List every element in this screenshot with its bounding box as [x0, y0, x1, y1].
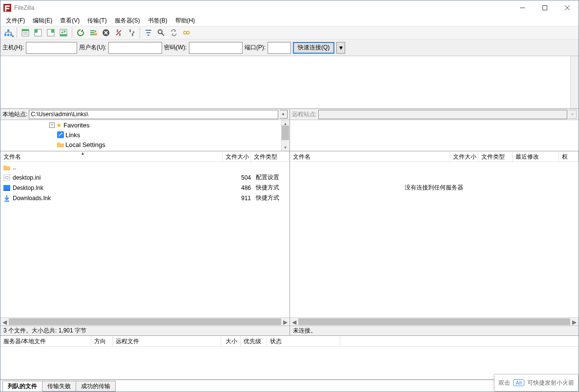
log-pane[interactable]: [0, 56, 579, 109]
filetype: 快捷方式: [254, 194, 283, 202]
col-remote-file[interactable]: 远程文件: [113, 336, 221, 346]
chevron-down-icon: ▼: [571, 112, 575, 117]
host-input[interactable]: [26, 42, 77, 54]
disconnect-button[interactable]: [113, 27, 124, 39]
scroll-left-icon[interactable]: ◀: [290, 318, 298, 326]
window-title: FileZilla: [14, 4, 34, 11]
scrollbar-thumb[interactable]: [298, 318, 571, 325]
expander-icon[interactable]: +: [49, 123, 55, 128]
svg-rect-10: [22, 29, 29, 31]
process-queue-button[interactable]: [87, 27, 99, 39]
maximize-button[interactable]: [534, 0, 556, 15]
refresh-button[interactable]: [75, 27, 86, 39]
local-tree-scrollbar[interactable]: ▲▼: [281, 120, 290, 151]
tree-item-label: Music: [62, 151, 79, 151]
hint-post: 可快捷发射小火箭: [527, 379, 574, 387]
tab-queued[interactable]: 列队的文件: [2, 381, 42, 392]
local-list-body[interactable]: .. desktop.ini 504 配置设置 Desktop.lnk 486 …: [0, 162, 290, 317]
scroll-left-icon[interactable]: ◀: [0, 318, 9, 326]
alt-key-badge: Alt: [513, 379, 524, 386]
filter-button[interactable]: [143, 27, 154, 39]
scrollbar-thumb[interactable]: [282, 125, 289, 140]
tab-success[interactable]: 成功的传输: [76, 381, 116, 392]
favorites-icon: ★: [56, 122, 62, 129]
app-icon: [3, 4, 11, 12]
col-size[interactable]: 大小: [221, 336, 241, 346]
pass-label: 密码(W):: [164, 43, 187, 52]
cancel-button[interactable]: [100, 27, 112, 39]
menu-server[interactable]: 服务器(S): [111, 16, 144, 26]
col-filename[interactable]: 文件名: [0, 151, 223, 162]
ini-file-icon: [3, 174, 10, 181]
svg-rect-2: [543, 6, 547, 10]
log-scrollbar[interactable]: [570, 56, 579, 108]
col-priority[interactable]: 优先级: [241, 336, 267, 346]
filesize: 911: [226, 195, 254, 202]
list-row-parent[interactable]: ..: [0, 162, 290, 172]
folder-icon: [3, 165, 10, 170]
col-status[interactable]: 状态: [267, 336, 340, 346]
port-input[interactable]: [268, 42, 291, 54]
col-filetype[interactable]: 文件类型: [251, 151, 290, 162]
col-filetype[interactable]: 文件类型: [478, 151, 513, 162]
svg-point-33: [187, 32, 189, 34]
menu-file[interactable]: 文件(F): [2, 16, 28, 26]
svg-rect-14: [35, 29, 38, 33]
list-row[interactable]: Desktop.lnk 486 快捷方式: [0, 183, 290, 193]
tab-failed[interactable]: 传输失败: [42, 381, 76, 392]
toggle-log-button[interactable]: [20, 27, 31, 39]
scroll-right-icon[interactable]: ▶: [570, 318, 579, 326]
menu-bookmarks[interactable]: 书签(B): [145, 16, 171, 26]
sync-browse-button[interactable]: [168, 27, 180, 39]
col-filesize[interactable]: 文件大小: [223, 151, 251, 162]
user-input[interactable]: [108, 42, 162, 54]
local-path-input[interactable]: [29, 110, 278, 119]
local-tree[interactable]: + ★ Favorites Links Local Settings ♪ Mus…: [0, 120, 290, 151]
svg-line-29: [162, 33, 164, 36]
compare-button[interactable]: [155, 27, 167, 39]
col-filesize[interactable]: 文件大小: [450, 151, 478, 162]
menu-help[interactable]: 帮助(H): [172, 16, 199, 26]
port-label: 端口(P):: [245, 43, 266, 52]
quick-connect-dropdown[interactable]: ▼: [336, 42, 345, 54]
col-server[interactable]: 服务器/本地文件: [0, 336, 91, 346]
toggle-remote-tree-button[interactable]: [45, 27, 57, 39]
col-perm[interactable]: 权: [559, 151, 579, 162]
filename: Downloads.lnk: [13, 195, 51, 202]
queue-body[interactable]: [0, 347, 579, 379]
list-row[interactable]: Downloads.lnk 911 快捷方式: [0, 193, 290, 203]
reconnect-button[interactable]: [125, 27, 137, 39]
toggle-local-tree-button[interactable]: [32, 27, 44, 39]
remote-hscroll[interactable]: ◀▶: [290, 317, 579, 326]
pass-input[interactable]: [189, 42, 243, 54]
scrollbar-thumb[interactable]: [9, 318, 281, 325]
menu-transfer[interactable]: 传输(T): [84, 16, 110, 26]
find-button[interactable]: [181, 27, 192, 39]
tree-item-label: Favorites: [63, 122, 89, 129]
minimize-button[interactable]: [511, 0, 534, 15]
menu-view[interactable]: 查看(V): [57, 16, 83, 26]
col-direction[interactable]: 方向: [91, 336, 113, 346]
svg-rect-16: [51, 29, 54, 33]
toggle-queue-button[interactable]: [58, 27, 69, 39]
local-path-dropdown[interactable]: ▼: [280, 110, 288, 119]
filesize: 504: [226, 174, 254, 181]
local-hscroll[interactable]: ◀▶: [0, 317, 290, 326]
remote-list-pane: 文件名 文件大小 文件类型 最近修改 权 没有连接到任何服务器 ◀▶ 未连接。: [290, 151, 579, 336]
close-button[interactable]: [556, 0, 579, 15]
hint-tooltip: 双击 Alt 可快捷发射小火箭: [494, 374, 579, 392]
menu-edit[interactable]: 编辑(E): [29, 16, 56, 26]
scroll-right-icon[interactable]: ▶: [281, 318, 290, 326]
remote-columns: 文件名 文件大小 文件类型 最近修改 权: [290, 151, 579, 162]
link-icon: [57, 131, 64, 138]
col-mtime[interactable]: 最近修改: [513, 151, 559, 162]
quick-connect-bar: 主机(H): 用户名(U): 密码(W): 端口(P): 快速连接(Q) ▼: [0, 40, 579, 56]
quick-connect-button[interactable]: 快速连接(Q): [293, 42, 334, 54]
col-filename[interactable]: 文件名: [290, 151, 450, 162]
list-row[interactable]: desktop.ini 504 配置设置: [0, 172, 290, 183]
sort-indicator-icon: ▲: [81, 151, 85, 156]
svg-rect-38: [3, 190, 10, 191]
site-manager-button[interactable]: ▼: [2, 27, 14, 39]
svg-point-32: [184, 32, 186, 34]
svg-rect-6: [7, 34, 9, 36]
